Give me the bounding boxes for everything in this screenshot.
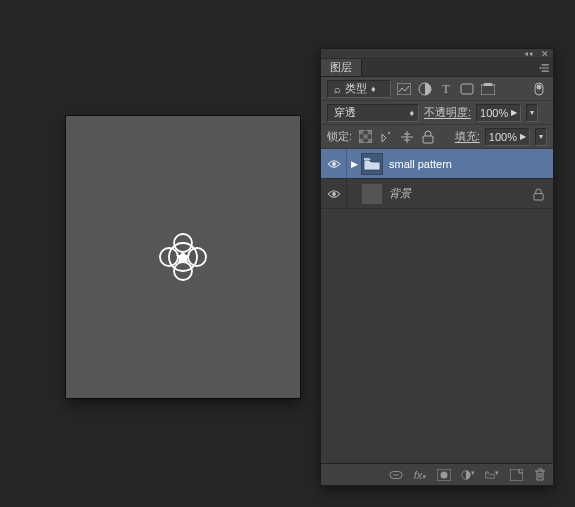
document-canvas [66, 116, 300, 398]
svg-point-20 [388, 132, 390, 134]
filter-pixel-icon[interactable] [396, 81, 412, 97]
lock-all-icon[interactable] [420, 129, 436, 145]
filter-type-icon[interactable]: T [438, 81, 454, 97]
svg-rect-15 [367, 130, 371, 134]
filter-adjustment-icon[interactable] [417, 81, 433, 97]
layer-row-group[interactable]: ▶ small pattern [321, 149, 553, 179]
expand-arrow-icon[interactable]: ▶ [347, 159, 361, 169]
blend-opacity-row: 穿透 ♦ 不透明度: 100% ▶ ▾ [321, 101, 553, 125]
visibility-toggle[interactable] [321, 179, 347, 208]
layer-name-label: 背景 [389, 186, 411, 201]
panel-window-controls: ✕ [321, 49, 553, 59]
layer-mask-icon[interactable] [437, 468, 451, 482]
svg-point-22 [332, 162, 336, 166]
panel-footer: fx▾ ▾ ▾ [321, 463, 553, 485]
svg-rect-9 [461, 84, 473, 94]
svg-point-13 [537, 84, 542, 89]
close-icon[interactable]: ✕ [541, 49, 549, 59]
filter-row: ⌕ 类型 ♦ T [321, 77, 553, 101]
panel-menu-button[interactable] [535, 59, 553, 76]
layer-thumbnail [361, 183, 383, 205]
svg-rect-24 [534, 193, 543, 199]
blend-mode-select[interactable]: 穿透 ♦ [327, 104, 419, 122]
svg-point-26 [441, 471, 448, 478]
svg-point-23 [332, 192, 336, 196]
collapse-icon[interactable] [524, 51, 533, 57]
visibility-toggle[interactable] [321, 149, 347, 178]
lock-icon [533, 188, 545, 200]
new-group-icon[interactable]: ▾ [485, 468, 499, 482]
opacity-value[interactable]: 100% ▶ [476, 104, 521, 122]
filter-smartobject-icon[interactable] [480, 81, 496, 97]
chevron-updown-icon: ♦ [409, 108, 414, 118]
opacity-dropdown[interactable]: ▾ [526, 104, 538, 122]
svg-rect-18 [367, 139, 371, 143]
svg-rect-28 [510, 469, 523, 481]
svg-rect-11 [484, 83, 492, 86]
filter-kind-label: 类型 [345, 81, 367, 96]
layer-row-background[interactable]: 背景 [321, 179, 553, 209]
canvas-artwork [155, 229, 211, 285]
tab-label: 图层 [330, 60, 352, 75]
chevron-updown-icon: ♦ [371, 84, 376, 94]
filter-toggle-switch[interactable] [531, 81, 547, 97]
new-layer-icon[interactable] [509, 468, 523, 482]
fill-label[interactable]: 填充: [455, 129, 480, 144]
filter-shape-icon[interactable] [459, 81, 475, 97]
svg-text:T: T [442, 82, 450, 96]
lock-label: 锁定: [327, 129, 352, 144]
svg-rect-14 [359, 130, 363, 134]
link-layers-icon[interactable] [389, 468, 403, 482]
delete-layer-icon[interactable] [533, 468, 547, 482]
chevron-right-icon: ▶ [511, 108, 517, 117]
lock-transparent-icon[interactable] [357, 129, 373, 145]
lock-row: 锁定: 填充: 100% ▶ ▾ [321, 125, 553, 149]
opacity-label[interactable]: 不透明度: [424, 105, 471, 120]
svg-rect-6 [397, 83, 411, 95]
chevron-right-icon: ▶ [520, 132, 526, 141]
adjustment-layer-icon[interactable]: ▾ [461, 468, 475, 482]
panel-tabs: 图层 [321, 59, 553, 77]
layers-list: ▶ small pattern 背景 [321, 149, 553, 463]
svg-rect-10 [481, 85, 495, 95]
svg-rect-17 [359, 139, 363, 143]
layer-style-icon[interactable]: fx▾ [413, 468, 427, 482]
layers-panel: ✕ 图层 ⌕ 类型 ♦ T [320, 48, 554, 486]
blend-mode-value: 穿透 [334, 105, 356, 120]
lock-position-icon[interactable] [399, 129, 415, 145]
fill-value[interactable]: 100% ▶ [485, 128, 530, 146]
filter-kind-select[interactable]: ⌕ 类型 ♦ [327, 80, 391, 98]
svg-rect-21 [423, 136, 433, 143]
search-icon: ⌕ [334, 83, 341, 95]
layer-thumbnail [361, 153, 383, 175]
tab-layers[interactable]: 图层 [321, 59, 362, 76]
lock-image-icon[interactable] [378, 129, 394, 145]
svg-rect-16 [363, 134, 367, 138]
layer-name-label: small pattern [389, 158, 452, 170]
fill-dropdown[interactable]: ▾ [535, 128, 547, 146]
